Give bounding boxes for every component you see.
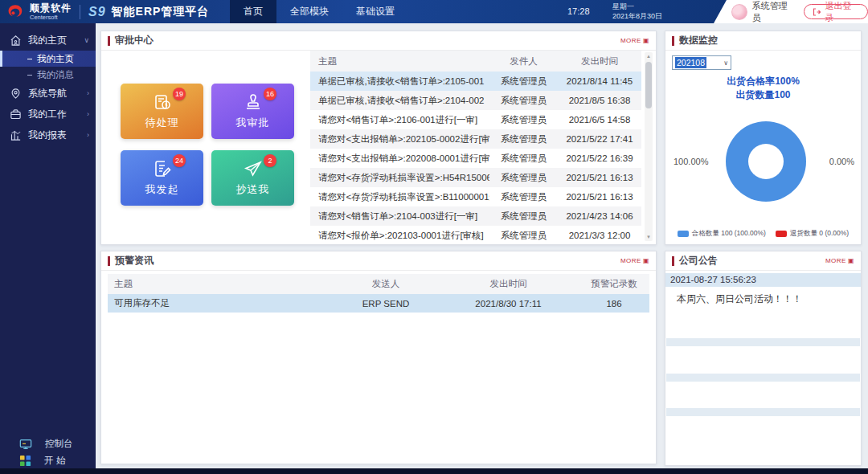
tile-label: 我审批 (236, 116, 270, 130)
badge-count: 19 (173, 88, 186, 100)
col-count: 预警记录数 (579, 278, 649, 290)
start-button[interactable]: 开 始 (0, 452, 96, 469)
tile-label: 我发起 (145, 182, 179, 197)
logo-divider (80, 5, 80, 19)
badge-count: 24 (173, 154, 186, 167)
home-icon (10, 35, 22, 47)
stat-quantity: 出货数量100 (665, 88, 861, 102)
date: 2021年8月30日 (612, 12, 662, 22)
row-subject: 请您对<存货浮动耗损率设置>:B11000001进行[审核] (310, 191, 489, 203)
scroll-down-icon[interactable]: ▼ (646, 233, 651, 241)
row-sender: 系统管理员 (489, 133, 558, 145)
title-bar-accent (672, 36, 674, 46)
card-title: 预警资讯 (115, 254, 154, 268)
row-subject: 请您对<存货浮动耗损率设置>:H54R15006002进行[审核] (310, 172, 489, 184)
stat-pass-rate: 出货合格率100% (665, 75, 861, 88)
chart-legend: 合格数量 100 (100.00%) 退货数量 0 (0.00%) (665, 229, 861, 239)
alerts-table: 主题 发送人 发出时间 预警记录数 可用库存不足 ERP SEND 2021/8… (108, 274, 649, 313)
row-time: 2021/5/22 16:39 (558, 153, 641, 163)
tile-pending[interactable]: 19 待处理 (121, 84, 203, 139)
col-time: 发出时间 (558, 55, 641, 67)
table-row[interactable]: 请您对<销售订单>:2104-003进行[一审] 系统管理员 2021/4/23… (310, 206, 641, 226)
scrollbar-thumb[interactable] (645, 62, 652, 108)
col-subject: 主题 (310, 55, 489, 67)
brand-area: 顺景软件 Centersoft S9 智能ERP管理平台 (6, 0, 209, 23)
s9-logo: S9 (88, 5, 106, 19)
table-row[interactable]: 请您对<存货浮动耗损率设置>:B11000001进行[审核] 系统管理员 202… (310, 187, 641, 206)
sidebar-item-my-reports[interactable]: 我的报表 › (0, 125, 96, 145)
row-subject: 请您对<销售订单>:2106-001进行[一审] (310, 114, 489, 126)
card-title: 审批中心 (115, 34, 154, 47)
sidebar-subitem-my-home[interactable]: 我的主页 (0, 51, 96, 67)
tile-label: 待处理 (145, 116, 179, 130)
row-sender: 系统管理员 (489, 210, 558, 223)
more-icon: ▣ (643, 257, 649, 264)
sidebar-item-system-nav[interactable]: 系统导航 › (0, 83, 96, 104)
col-subject: 主题 (108, 278, 334, 290)
table-header-row: 主题 发件人 发出时间 (310, 51, 641, 72)
briefcase-icon (10, 108, 22, 121)
logout-button[interactable]: 退出登录 (804, 4, 868, 19)
row-sender: ERP SEND (334, 299, 438, 309)
more-icon: ▣ (643, 37, 649, 44)
more-link[interactable]: MORE ▣ (620, 37, 649, 44)
card-title: 公司公告 (679, 254, 718, 268)
table-row[interactable]: 请您对<存货浮动耗损率设置>:H54R15006002进行[审核] 系统管理员 … (310, 168, 641, 187)
table-row[interactable]: 请您对<支出报销单>:202105-0002进行[审核] 系统管理员 2021/… (310, 129, 641, 149)
legend-label: 合格数量 100 (100.00%) (692, 229, 766, 239)
weekday: 星期一 (612, 2, 662, 12)
sidebar-item-label: 我的主页 (28, 34, 67, 47)
company-logo-text: 顺景软件 Centersoft (30, 3, 72, 21)
sidebar-item-my-work[interactable]: 我的工作 › (0, 104, 96, 125)
row-sender: 系统管理员 (489, 172, 558, 184)
card-data-monitor: 数据监控 202108 ∨ 出货合格率100% 出货数量100 100.00% … (665, 31, 862, 245)
tile-label: 抄送我 (236, 182, 270, 197)
sidebar-item-label: 系统导航 (28, 87, 67, 100)
window-bottom-bar (0, 468, 868, 474)
chevron-right-icon: › (87, 89, 89, 97)
map-pin-icon (10, 88, 22, 100)
clock-date: 星期一 2021年8月30日 (612, 2, 662, 21)
row-count: 186 (579, 299, 649, 309)
tile-cc-to-me[interactable]: 2 抄送我 (211, 150, 294, 206)
stamp-icon (244, 92, 263, 112)
company-logo-icon (6, 3, 24, 21)
more-link[interactable]: MORE ▣ (825, 257, 854, 264)
table-row[interactable]: 请您对<报价单>:202103-0001进行[审核] 系统管理员 2021/3/… (310, 226, 641, 245)
logo-en: Centersoft (30, 14, 72, 21)
table-row[interactable]: 单据已审核,请接收<销售订单>:2105-001 系统管理员 2021/8/14… (310, 72, 641, 91)
more-link[interactable]: MORE ▣ (620, 257, 649, 264)
user-avatar[interactable] (731, 4, 747, 20)
legend-item-return: 退货数量 0 (0.00%) (776, 229, 849, 239)
period-dropdown[interactable]: 202108 ∨ (672, 55, 731, 70)
tab-home[interactable]: 首页 (230, 0, 276, 23)
chevron-right-icon: › (87, 131, 89, 139)
table-row[interactable]: 单据已审核,请接收<销售订单>:2104-002 系统管理员 2021/8/5 … (310, 91, 641, 110)
badge-count: 16 (264, 88, 276, 100)
legend-label: 退货数量 0 (0.00%) (790, 229, 849, 239)
table-scrollbar[interactable]: ▲ ▼ (645, 52, 653, 241)
table-row[interactable]: 请您对<销售订单>:2106-001进行[一审] 系统管理员 2021/6/5 … (310, 110, 641, 129)
chevron-right-icon: › (87, 110, 89, 118)
sidebar-subitem-my-messages[interactable]: 我的消息 (0, 67, 96, 83)
row-subject: 请您对<报价单>:202103-0001进行[审核] (310, 230, 489, 242)
legend-swatch-red (776, 231, 787, 237)
card-company-notice: 公司公告 MORE ▣ 2021-08-27 15:56:23 本周六、周日公司… (665, 251, 862, 466)
tab-all-modules[interactable]: 全部模块 (276, 0, 342, 23)
notice-date[interactable]: 2021-08-27 15:56:23 (665, 273, 861, 287)
user-area: 系统管理员 退出登录 (714, 0, 868, 23)
main-nav: 首页 全部模块 基础设置 (230, 0, 408, 23)
col-time: 发出时间 (438, 278, 579, 290)
table-row[interactable]: 可用库存不足 ERP SEND 2021/8/30 17:11 186 (108, 294, 649, 313)
chart-icon (10, 129, 22, 141)
shipment-stats: 出货合格率100% 出货数量100 (665, 75, 861, 102)
console-button[interactable]: 控制台 (0, 435, 96, 452)
tile-initiated-by-me[interactable]: 24 我发起 (121, 150, 203, 206)
scroll-up-icon[interactable]: ▲ (646, 52, 651, 60)
tile-my-approvals[interactable]: 16 我审批 (211, 84, 294, 139)
card-title: 数据监控 (679, 34, 718, 47)
table-row[interactable]: 请您对<支出报销单>:202008-0001进行[审核] 系统管理员 2021/… (310, 149, 641, 168)
sidebar-item-my-home[interactable]: 我的主页 ∨ (0, 30, 96, 51)
document-edit-icon (153, 159, 172, 178)
tab-basic-settings[interactable]: 基础设置 (342, 0, 408, 23)
